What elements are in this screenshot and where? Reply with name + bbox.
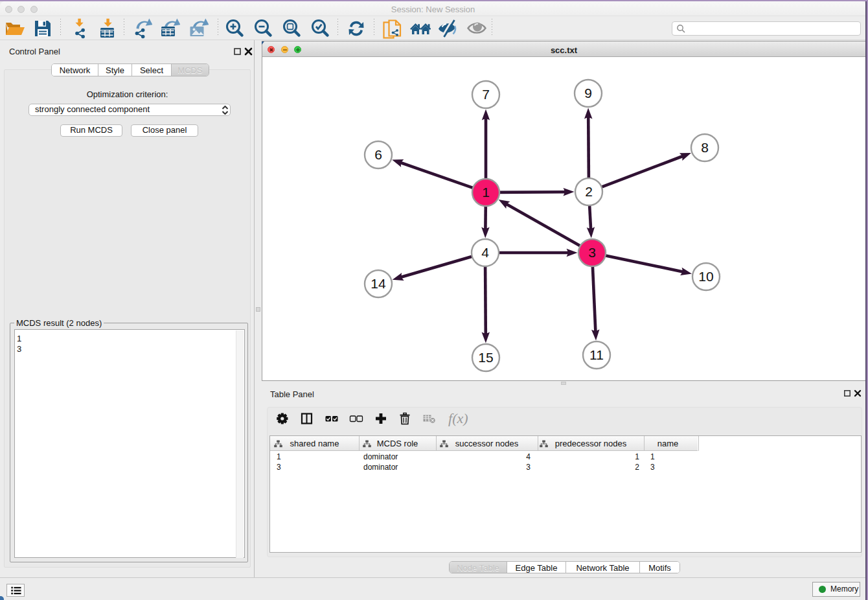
svg-text:1: 1 [482, 185, 490, 200]
svg-text:15: 15 [478, 350, 493, 365]
svg-text:7: 7 [482, 87, 490, 102]
svg-text:2: 2 [585, 184, 593, 199]
svg-text:8: 8 [701, 140, 709, 155]
svg-text:11: 11 [589, 347, 604, 362]
svg-text:10: 10 [698, 269, 713, 284]
svg-text:9: 9 [584, 86, 592, 100]
svg-text:14: 14 [371, 276, 386, 291]
svg-text:4: 4 [481, 245, 489, 260]
svg-text:3: 3 [588, 245, 596, 260]
svg-text:6: 6 [374, 147, 382, 162]
